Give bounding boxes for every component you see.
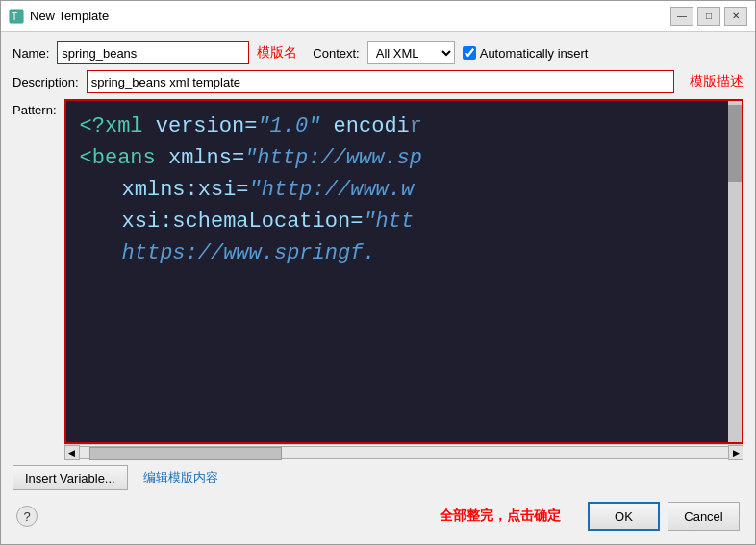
context-label: Context: [313, 46, 359, 61]
edit-annotation: 编辑模版内容 [143, 469, 218, 486]
ok-cancel-area: 全部整完，点击确定 OK Cancel [440, 502, 740, 531]
bottom-section: Insert Variable... 编辑模版内容 ? 全部整完，点击确定 OK… [13, 465, 743, 534]
h-scroll-thumb[interactable] [89, 447, 282, 460]
pattern-wrapper: <?xml version="1.0" encodir <beans xmlns… [64, 99, 743, 444]
ok-cancel-buttons: OK Cancel [588, 502, 740, 531]
name-input[interactable] [57, 41, 249, 64]
vertical-scrollbar[interactable] [728, 101, 742, 442]
bottom-buttons-row: ? 全部整完，点击确定 OK Cancel [13, 496, 743, 534]
dialog-content: Name: 模版名 Context: All XML XML HTML CSS … [1, 32, 755, 544]
maximize-button[interactable]: □ [697, 7, 720, 26]
name-annotation: 模版名 [257, 44, 297, 62]
dialog-window: T New Template — □ ✕ Name: 模版名 Context: … [0, 0, 756, 545]
window-title: New Template [30, 9, 670, 23]
pattern-label: Pattern: [13, 103, 57, 456]
ok-button[interactable]: OK [588, 502, 660, 531]
description-row: Description: 模版描述 [13, 70, 743, 93]
insert-row: Insert Variable... 编辑模版内容 [13, 465, 743, 490]
minimize-button[interactable]: — [670, 7, 693, 26]
context-select[interactable]: All XML XML HTML CSS JavaScript [367, 41, 455, 64]
auto-insert-row: Automatically insert [463, 46, 589, 61]
desc-label: Description: [13, 75, 79, 89]
window-icon: T [9, 9, 24, 24]
window-controls: — □ ✕ [670, 7, 747, 26]
name-label: Name: [13, 46, 49, 61]
desc-annotation: 模版描述 [690, 73, 743, 90]
cancel-button[interactable]: Cancel [668, 502, 740, 531]
scroll-right-button[interactable]: ▶ [728, 445, 743, 460]
h-scroll-track[interactable] [80, 446, 728, 459]
code-editor[interactable]: <?xml version="1.0" encodir <beans xmlns… [66, 101, 728, 442]
pattern-section: <?xml version="1.0" encodir <beans xmlns… [64, 99, 743, 459]
insert-variable-button[interactable]: Insert Variable... [13, 465, 128, 490]
ok-cancel-annotation: 全部整完，点击确定 [440, 508, 561, 525]
name-row: Name: 模版名 Context: All XML XML HTML CSS … [13, 41, 743, 64]
pattern-row: Pattern: <?xml version="1.0" encodir <be… [13, 99, 743, 459]
scroll-left-button[interactable]: ◀ [64, 445, 80, 460]
desc-input[interactable] [87, 70, 674, 93]
scrollbar-thumb[interactable] [728, 105, 742, 182]
svg-text:T: T [12, 12, 17, 22]
horizontal-scrollbar-row: ◀ ▶ [64, 444, 743, 459]
auto-insert-checkbox[interactable] [463, 46, 476, 60]
close-button[interactable]: ✕ [724, 7, 747, 26]
title-bar: T New Template — □ ✕ [1, 1, 755, 32]
help-button[interactable]: ? [16, 506, 38, 527]
auto-insert-label: Automatically insert [480, 46, 589, 61]
